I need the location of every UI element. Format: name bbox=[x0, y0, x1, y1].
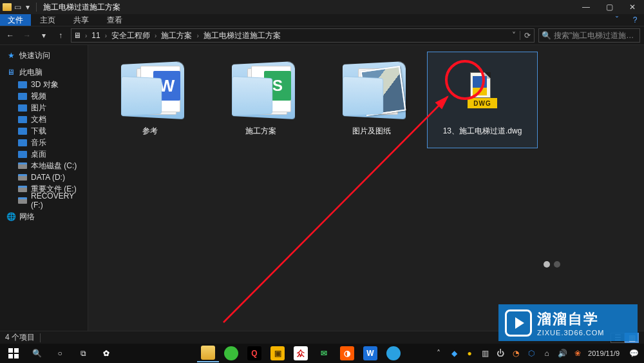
window-titlebar: ▭ ▾ 施工电梯过道施工方案 — ▢ ✕ bbox=[0, 0, 644, 14]
folder-tile[interactable]: S 施工方案 bbox=[205, 52, 316, 148]
action-center-icon[interactable]: 💬 bbox=[629, 348, 639, 358]
sidebar-item-documents[interactable]: 文档 bbox=[0, 113, 88, 125]
chevron-right-icon[interactable]: › bbox=[153, 32, 158, 39]
taskbar-app[interactable] bbox=[383, 344, 404, 362]
sidebar-quick-label: 快速访问 bbox=[19, 50, 50, 61]
sidebar-item-downloads[interactable]: 下载 bbox=[0, 125, 88, 137]
watermark-title: 溜溜自学 bbox=[537, 309, 604, 329]
chevron-right-icon[interactable]: › bbox=[194, 32, 200, 39]
nav-up-button[interactable]: ↑ bbox=[54, 29, 67, 42]
folder-tile[interactable]: 图片及图纸 bbox=[316, 52, 427, 148]
tray-icon[interactable]: ⏻ bbox=[495, 348, 506, 358]
breadcrumb-seg-2[interactable]: 施工方案 bbox=[158, 30, 194, 41]
tray-icon[interactable]: ◔ bbox=[511, 348, 521, 358]
dwg-file-icon: DWG bbox=[447, 55, 518, 126]
minimize-button[interactable]: — bbox=[574, 0, 598, 14]
system-tray[interactable]: ˄ ◆ ● ▥ ⏻ ◔ ⬡ ⌂ 🔊 ❀ 2019/11/9 💬 bbox=[433, 348, 641, 358]
window-title: 施工电梯过道施工方案 bbox=[43, 2, 120, 13]
tray-ime-icon[interactable]: ❀ bbox=[573, 348, 583, 358]
folder-icon bbox=[18, 139, 27, 146]
breadcrumb-seg-3[interactable]: 施工电梯过道施工方案 bbox=[201, 30, 283, 41]
tile-label: 图片及图纸 bbox=[350, 126, 393, 137]
taskbar-wechat[interactable]: ✉ bbox=[313, 344, 335, 362]
tray-icon[interactable]: ▥ bbox=[480, 348, 490, 358]
close-button[interactable]: ✕ bbox=[621, 0, 644, 14]
drive-icon bbox=[18, 197, 27, 204]
cortana-button[interactable]: ○ bbox=[49, 344, 71, 362]
tray-icon[interactable]: ⬡ bbox=[526, 348, 536, 358]
folder-icon bbox=[18, 128, 27, 135]
breadcrumb-seg-1[interactable]: 安全工程师 bbox=[109, 30, 153, 41]
start-button[interactable] bbox=[3, 344, 24, 362]
search-icon: 🔍 bbox=[542, 31, 551, 40]
tab-home[interactable]: 主页 bbox=[31, 14, 64, 26]
breadcrumb-seg-0[interactable]: 11 bbox=[89, 31, 102, 40]
chevron-right-icon[interactable]: › bbox=[83, 32, 89, 39]
sidebar-item-music[interactable]: 音乐 bbox=[0, 137, 88, 148]
folder-icon bbox=[336, 55, 407, 126]
taskbar-search-button[interactable]: 🔍 bbox=[26, 344, 48, 362]
sidebar-item-label: 3D 对象 bbox=[31, 79, 59, 90]
watermark-banner: 溜溜自学 ZIXUE.3D66.COM bbox=[498, 304, 638, 341]
taskbar-app[interactable]: ▣ bbox=[267, 344, 289, 362]
taskbar-app[interactable]: W bbox=[359, 344, 381, 362]
sidebar-item-videos[interactable]: 视频 bbox=[0, 90, 88, 102]
sidebar-this-pc[interactable]: 🖥 此电脑 bbox=[0, 66, 88, 79]
tray-icon[interactable]: ◆ bbox=[449, 348, 459, 358]
sidebar-quick-access[interactable]: ★ 快速访问 bbox=[0, 49, 88, 62]
address-history-dropdown[interactable]: ˅ bbox=[508, 31, 520, 40]
folder-icon bbox=[18, 151, 27, 158]
address-breadcrumb[interactable]: 🖥 › 11 › 安全工程师 › 施工方案 › 施工电梯过道施工方案 ˅ ⟳ bbox=[71, 28, 535, 43]
sidebar-drive-c[interactable]: 本地磁盘 (C:) bbox=[0, 160, 88, 172]
nav-recent-dropdown[interactable]: ▾ bbox=[37, 29, 50, 42]
taskbar-explorer[interactable] bbox=[197, 344, 219, 362]
sidebar-thispc-label: 此电脑 bbox=[19, 67, 43, 78]
folder-tile[interactable]: W 参考 bbox=[95, 52, 205, 148]
taskbar-app[interactable]: 众 bbox=[290, 344, 312, 362]
qat-divider bbox=[36, 3, 37, 12]
pagination-dots bbox=[544, 261, 560, 268]
sidebar-network-label: 网络 bbox=[19, 211, 35, 222]
tray-icon[interactable]: ● bbox=[464, 348, 475, 358]
search-input[interactable]: 🔍 搜索"施工电梯过道施工方案" bbox=[538, 28, 640, 43]
file-tile-dwg[interactable]: DWG 13、施工电梯过道.dwg bbox=[427, 52, 538, 148]
tile-label: 13、施工电梯过道.dwg bbox=[440, 126, 525, 137]
sidebar-drive-f[interactable]: RECOVERY (F:) bbox=[0, 195, 88, 206]
taskbar-app[interactable]: Q bbox=[243, 344, 265, 362]
nav-back-button[interactable]: ← bbox=[4, 29, 17, 42]
dwg-badge: DWG bbox=[468, 98, 497, 108]
svg-rect-2 bbox=[14, 348, 19, 353]
chevron-right-icon[interactable]: › bbox=[103, 32, 109, 39]
search-placeholder: 搜索"施工电梯过道施工方案" bbox=[554, 30, 637, 41]
star-icon: ★ bbox=[6, 51, 15, 60]
tray-volume-icon[interactable]: 🔊 bbox=[557, 348, 567, 358]
refresh-button[interactable]: ⟳ bbox=[520, 31, 534, 40]
taskbar-clock[interactable]: 2019/11/9 bbox=[588, 349, 623, 357]
taskview-button[interactable]: ⧉ bbox=[72, 344, 94, 362]
sidebar-item-3dobjects[interactable]: 3D 对象 bbox=[0, 79, 88, 90]
globe-icon: 🌐 bbox=[6, 212, 15, 221]
maximize-button[interactable]: ▢ bbox=[598, 0, 621, 14]
tab-file[interactable]: 文件 bbox=[0, 14, 31, 26]
sidebar-item-label: 文档 bbox=[31, 114, 46, 125]
taskbar-app[interactable]: ✿ bbox=[95, 344, 117, 362]
file-view[interactable]: W 参考 S 施工方案 图片及图纸 DWG bbox=[88, 45, 644, 331]
taskbar-app[interactable] bbox=[220, 344, 242, 362]
drive-icon bbox=[18, 186, 27, 192]
tray-overflow-icon[interactable]: ˄ bbox=[433, 348, 444, 358]
ribbon-expand-icon[interactable]: ˇ bbox=[608, 15, 626, 25]
nav-forward-button[interactable]: → bbox=[21, 29, 33, 42]
qat-properties-icon[interactable]: ▭ bbox=[13, 3, 22, 12]
sidebar-item-desktop[interactable]: 桌面 bbox=[0, 148, 88, 160]
taskbar-app[interactable]: ◑ bbox=[336, 344, 358, 362]
tab-share[interactable]: 共享 bbox=[64, 14, 98, 26]
app-folder-icon bbox=[3, 3, 12, 11]
sidebar-network[interactable]: 🌐 网络 bbox=[0, 210, 88, 223]
sidebar-drive-d[interactable]: DATA (D:) bbox=[0, 172, 88, 183]
tab-view[interactable]: 查看 bbox=[98, 14, 131, 26]
help-icon[interactable]: ? bbox=[626, 15, 644, 25]
sidebar-item-pictures[interactable]: 图片 bbox=[0, 102, 88, 113]
tray-network-icon[interactable]: ⌂ bbox=[542, 348, 552, 358]
status-item-count: 4 个项目 bbox=[5, 332, 35, 343]
qat-dropdown-icon[interactable]: ▾ bbox=[23, 3, 32, 12]
